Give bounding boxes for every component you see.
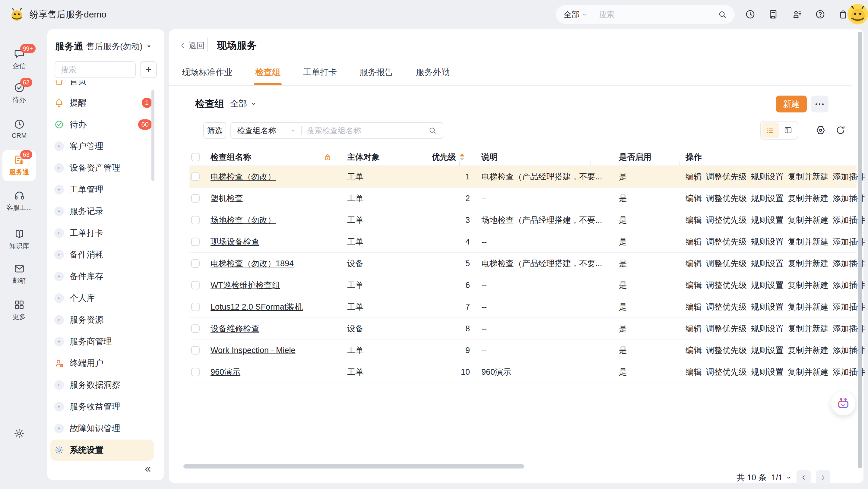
rail-item-crm[interactable]: CRM bbox=[0, 119, 38, 139]
rail-item-todo[interactable]: 62待办 bbox=[0, 82, 38, 104]
add-button[interactable]: + bbox=[140, 61, 157, 78]
tab-inspection-group[interactable]: 检查组 bbox=[255, 59, 280, 85]
more-actions-button[interactable] bbox=[811, 96, 829, 112]
appstore-bag-icon[interactable] bbox=[838, 9, 848, 20]
next-page-button[interactable] bbox=[816, 470, 830, 485]
filter-button[interactable]: 筛选 bbox=[203, 122, 226, 139]
action-rule-settings[interactable]: 规则设置 bbox=[751, 323, 783, 334]
action-rule-settings[interactable]: 规则设置 bbox=[751, 367, 783, 378]
page-selector[interactable]: 1/1 bbox=[771, 473, 792, 482]
action-copy-and-create[interactable]: 复制并新建 bbox=[788, 258, 829, 269]
rail-item-zhishiku[interactable]: 知识库 bbox=[0, 228, 38, 251]
contacts-icon[interactable] bbox=[792, 9, 802, 20]
sidebar-item-reminder[interactable]: 提醒1 bbox=[48, 92, 164, 113]
row-checkbox[interactable] bbox=[191, 303, 200, 311]
sidebar-item-personal-repo[interactable]: 个人库 bbox=[48, 287, 164, 309]
help-icon[interactable] bbox=[815, 9, 826, 20]
action-edit[interactable]: 编辑 bbox=[685, 258, 702, 269]
column-priority-sortable[interactable]: 优先级 bbox=[432, 152, 464, 163]
row-checkbox[interactable] bbox=[191, 281, 200, 289]
view-filter-dropdown[interactable]: 全部 bbox=[230, 98, 257, 109]
approval-device-icon[interactable] bbox=[768, 9, 778, 20]
row-checkbox[interactable] bbox=[191, 368, 200, 376]
inspection-group-link[interactable]: Lotus12 2.0 SFormat装机 bbox=[211, 301, 303, 312]
tab-service-report[interactable]: 服务报告 bbox=[360, 59, 393, 85]
sidebar-item-customer-mgmt[interactable]: 客户管理 bbox=[48, 135, 164, 157]
sidebar-item-todo[interactable]: 待办60 bbox=[48, 113, 164, 135]
action-edit[interactable]: 编辑 bbox=[685, 215, 702, 226]
row-checkbox[interactable] bbox=[191, 324, 200, 333]
search-input[interactable]: 搜索 bbox=[599, 9, 614, 20]
action-edit[interactable]: 编辑 bbox=[685, 367, 702, 378]
sidebar-item-work-order-checkin[interactable]: 工单打卡 bbox=[48, 222, 164, 244]
sidebar-item-service-record[interactable]: 服务记录 bbox=[48, 200, 164, 222]
search-icon[interactable] bbox=[428, 126, 437, 135]
row-checkbox[interactable] bbox=[191, 259, 200, 268]
action-rule-settings[interactable]: 规则设置 bbox=[751, 171, 783, 182]
sidebar-item-end-user[interactable]: 终端用户 bbox=[48, 352, 164, 374]
vertical-scrollbar[interactable] bbox=[858, 32, 862, 468]
sidebar-item-service-provider-mgmt[interactable]: 服务商管理 bbox=[48, 331, 164, 352]
action-rule-settings[interactable]: 规则设置 bbox=[751, 258, 783, 269]
user-avatar[interactable] bbox=[847, 4, 868, 25]
action-copy-and-create[interactable]: 复制并新建 bbox=[788, 323, 829, 334]
inspection-group-link[interactable]: Work Inspection - Miele bbox=[211, 346, 296, 355]
row-checkbox[interactable] bbox=[191, 237, 200, 246]
action-adjust-priority[interactable]: 调整优先级 bbox=[706, 367, 747, 378]
tab-standard-work[interactable]: 现场标准作业 bbox=[182, 59, 232, 85]
action-adjust-priority[interactable]: 调整优先级 bbox=[706, 280, 747, 291]
row-checkbox[interactable] bbox=[191, 216, 200, 224]
tab-field-service[interactable]: 服务外勤 bbox=[416, 59, 450, 85]
action-edit[interactable]: 编辑 bbox=[685, 323, 702, 334]
action-adjust-priority[interactable]: 调整优先级 bbox=[706, 345, 747, 356]
rail-item-mailbox[interactable]: 邮箱 bbox=[0, 263, 38, 285]
inspection-group-link[interactable]: 现场设备检查 bbox=[211, 236, 259, 247]
action-copy-and-create[interactable]: 复制并新建 bbox=[788, 171, 829, 182]
rail-item-fuwutong[interactable]: 63服务通 bbox=[2, 150, 36, 181]
action-edit[interactable]: 编辑 bbox=[685, 193, 702, 204]
action-edit[interactable]: 编辑 bbox=[685, 280, 702, 291]
sidebar-item-system-settings[interactable]: 系统设置 bbox=[48, 439, 164, 461]
sidebar-item-work-order-mgmt[interactable]: 工单管理 bbox=[48, 179, 164, 200]
gear-icon[interactable] bbox=[13, 428, 25, 439]
sidebar-item-service-revenue-mgmt[interactable]: 服务收益管理 bbox=[48, 396, 164, 418]
rail-item-more[interactable]: 更多 bbox=[0, 299, 38, 321]
sidebar-search-input[interactable]: 搜索 bbox=[55, 61, 136, 78]
horizontal-scrollbar[interactable] bbox=[183, 464, 524, 468]
search-icon[interactable] bbox=[718, 10, 727, 19]
sidebar-scrollbar[interactable] bbox=[151, 90, 154, 181]
sidebar-item-spare-inventory[interactable]: 备件库存 bbox=[48, 266, 164, 287]
action-copy-and-create[interactable]: 复制并新建 bbox=[788, 193, 829, 204]
collapse-sidebar-button[interactable]: « bbox=[145, 462, 151, 475]
tab-work-order-checkin[interactable]: 工单打卡 bbox=[303, 59, 337, 85]
inspection-group-link[interactable]: 电梯检查（勿改）1894 bbox=[211, 258, 294, 269]
rail-item-kefu[interactable]: 客服工... bbox=[0, 190, 38, 212]
row-checkbox[interactable] bbox=[191, 194, 200, 203]
action-copy-and-create[interactable]: 复制并新建 bbox=[788, 280, 829, 291]
action-copy-and-create[interactable]: 复制并新建 bbox=[788, 367, 829, 378]
inspection-group-link[interactable]: 960演示 bbox=[211, 367, 240, 378]
sidebar-item-service-resource[interactable]: 服务资源 bbox=[48, 309, 164, 331]
inspection-group-link[interactable]: 场地检查（勿改） bbox=[211, 215, 276, 226]
action-rule-settings[interactable]: 规则设置 bbox=[751, 301, 783, 312]
action-copy-and-create[interactable]: 复制并新建 bbox=[788, 215, 829, 226]
sidebar-item-service-data-insight[interactable]: 服务数据洞察 bbox=[48, 374, 164, 396]
action-rule-settings[interactable]: 规则设置 bbox=[751, 193, 783, 204]
search-field-select[interactable]: 检查组名称 bbox=[237, 125, 276, 136]
sort-arrows-icon[interactable] bbox=[460, 154, 464, 161]
inspection-group-link[interactable]: 塑机检查 bbox=[211, 193, 243, 204]
table-settings-icon[interactable] bbox=[815, 125, 826, 136]
rail-item-qixin[interactable]: 99+企信 bbox=[0, 48, 38, 70]
inspection-group-link[interactable]: 设备维修检查 bbox=[211, 323, 259, 334]
search-scope-select[interactable]: 全部 bbox=[564, 9, 579, 20]
action-copy-and-create[interactable]: 复制并新建 bbox=[788, 236, 829, 247]
action-adjust-priority[interactable]: 调整优先级 bbox=[706, 215, 747, 226]
assistant-robot-button[interactable] bbox=[831, 391, 855, 416]
select-all-checkbox[interactable] bbox=[191, 153, 200, 161]
action-copy-and-create[interactable]: 复制并新建 bbox=[788, 301, 829, 312]
action-edit[interactable]: 编辑 bbox=[685, 345, 702, 356]
action-adjust-priority[interactable]: 调整优先级 bbox=[706, 301, 747, 312]
sidebar-app-switcher[interactable]: 服务通 售后服务(勿动) bbox=[48, 29, 164, 53]
action-edit[interactable]: 编辑 bbox=[685, 236, 702, 247]
action-adjust-priority[interactable]: 调整优先级 bbox=[706, 171, 747, 182]
